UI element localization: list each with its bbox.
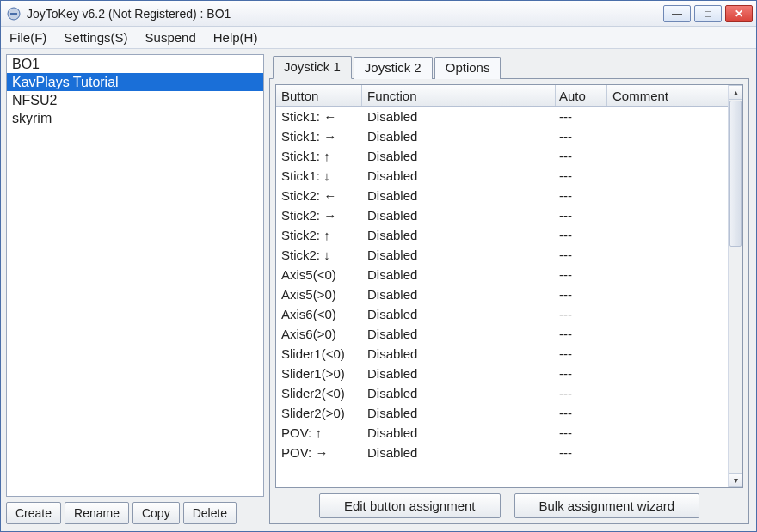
maximize-button[interactable]: □ (694, 5, 722, 22)
create-button[interactable]: Create (6, 502, 61, 524)
cell-auto: --- (556, 423, 607, 443)
cell-function: Disabled (362, 166, 556, 186)
copy-button[interactable]: Copy (132, 502, 180, 524)
vertical-scrollbar[interactable]: ▴ ▾ (728, 85, 742, 487)
cell-comment (607, 403, 728, 423)
table-row[interactable]: Slider1(<0)Disabled--- (276, 344, 728, 364)
table-row[interactable]: Slider2(<0)Disabled--- (276, 383, 728, 403)
tab-options[interactable]: Options (434, 57, 502, 79)
profile-row[interactable]: KavPlays Tutorial (7, 73, 263, 91)
cell-auto: --- (556, 166, 607, 186)
cell-comment (607, 324, 728, 344)
cell-function: Disabled (362, 423, 556, 443)
scroll-thumb[interactable] (729, 101, 742, 247)
cell-auto: --- (556, 265, 607, 284)
left-pane: BO1KavPlays TutorialNFSU2skyrim Create R… (6, 54, 264, 524)
cell-comment (607, 423, 728, 443)
cell-comment (607, 364, 728, 383)
cell-function: Disabled (362, 126, 556, 146)
table-row[interactable]: Stick1: →Disabled--- (276, 126, 728, 146)
cell-button: Stick1: ↑ (276, 146, 362, 166)
cell-button: Slider2(>0) (276, 403, 362, 423)
profile-buttons: Create Rename Copy Delete (6, 502, 264, 524)
cell-function: Disabled (362, 304, 556, 324)
cell-function: Disabled (362, 225, 556, 245)
cell-auto: --- (556, 205, 607, 225)
menu-suspend[interactable]: Suspend (142, 28, 200, 46)
table-row[interactable]: Axis6(>0)Disabled--- (276, 324, 728, 344)
cell-auto: --- (556, 225, 607, 245)
cell-button: Stick2: ← (276, 186, 362, 205)
col-header-comment[interactable]: Comment (607, 85, 728, 106)
table-row[interactable]: Slider1(>0)Disabled--- (276, 364, 728, 383)
app-icon (6, 6, 22, 21)
profile-row[interactable]: skyrim (7, 109, 263, 127)
table-row[interactable]: Axis5(>0)Disabled--- (276, 284, 728, 304)
table-row[interactable]: Axis5(<0)Disabled--- (276, 265, 728, 284)
scroll-down-icon[interactable]: ▾ (729, 473, 742, 487)
cell-auto: --- (556, 304, 607, 324)
scroll-up-icon[interactable]: ▴ (729, 85, 742, 100)
cell-button: POV: → (276, 443, 362, 462)
window-title: JoyToKey v6.2 (Not Registered) : BO1 (27, 7, 663, 21)
cell-button: Stick1: ↓ (276, 166, 362, 186)
profile-list[interactable]: BO1KavPlays TutorialNFSU2skyrim (6, 54, 264, 497)
cell-button: Stick2: ↑ (276, 225, 362, 245)
minimize-button[interactable]: — (663, 5, 691, 22)
client-area: BO1KavPlays TutorialNFSU2skyrim Create R… (1, 49, 756, 531)
cell-comment (607, 284, 728, 304)
table-row[interactable]: Stick2: ←Disabled--- (276, 186, 728, 205)
tab-joystick-1[interactable]: Joystick 1 (273, 56, 352, 79)
cell-function: Disabled (362, 146, 556, 166)
rename-button[interactable]: Rename (65, 502, 129, 524)
cell-button: Slider2(<0) (276, 383, 362, 403)
cell-button: Stick2: ↓ (276, 245, 362, 265)
col-header-auto[interactable]: Auto (556, 85, 607, 106)
menu-file[interactable]: File(F) (6, 28, 50, 46)
cell-auto: --- (556, 364, 607, 383)
close-button[interactable]: ✕ (725, 5, 753, 22)
table-row[interactable]: Stick2: →Disabled--- (276, 205, 728, 225)
table-row[interactable]: POV: →Disabled--- (276, 443, 728, 462)
svg-rect-1 (10, 13, 17, 15)
cell-auto: --- (556, 344, 607, 364)
cell-button: Stick1: ← (276, 107, 362, 126)
tab-joystick-2[interactable]: Joystick 2 (354, 57, 433, 79)
table-row[interactable]: Stick2: ↓Disabled--- (276, 245, 728, 265)
table-row[interactable]: Stick1: ←Disabled--- (276, 107, 728, 126)
cell-comment (607, 304, 728, 324)
profile-row[interactable]: BO1 (7, 55, 263, 73)
cell-auto: --- (556, 146, 607, 166)
table-row[interactable]: Stick2: ↑Disabled--- (276, 225, 728, 245)
cell-button: POV: ↑ (276, 423, 362, 443)
cell-function: Disabled (362, 324, 556, 344)
grid-body[interactable]: Stick1: ←Disabled---Stick1: →Disabled---… (276, 107, 728, 487)
cell-comment (607, 443, 728, 462)
cell-function: Disabled (362, 284, 556, 304)
menu-settings[interactable]: Settings(S) (60, 28, 131, 46)
cell-comment (607, 146, 728, 166)
table-row[interactable]: Slider2(>0)Disabled--- (276, 403, 728, 423)
cell-comment (607, 205, 728, 225)
table-row[interactable]: Stick1: ↓Disabled--- (276, 166, 728, 186)
menu-help[interactable]: Help(H) (210, 28, 262, 46)
profile-row[interactable]: NFSU2 (7, 91, 263, 109)
cell-button: Stick1: → (276, 126, 362, 146)
cell-comment (607, 265, 728, 284)
table-row[interactable]: Axis6(<0)Disabled--- (276, 304, 728, 324)
cell-function: Disabled (362, 186, 556, 205)
cell-button: Slider1(>0) (276, 364, 362, 383)
table-row[interactable]: Stick1: ↑Disabled--- (276, 146, 728, 166)
table-row[interactable]: POV: ↑Disabled--- (276, 423, 728, 443)
col-header-button[interactable]: Button (276, 85, 362, 106)
bulk-wizard-button[interactable]: Bulk assignment wizard (514, 493, 700, 518)
delete-button[interactable]: Delete (183, 502, 237, 524)
col-header-function[interactable]: Function (362, 85, 556, 106)
cell-comment (607, 126, 728, 146)
cell-button: Axis5(<0) (276, 265, 362, 284)
grid-buttons: Edit button assignment Bulk assignment w… (275, 493, 743, 518)
cell-auto: --- (556, 383, 607, 403)
edit-assignment-button[interactable]: Edit button assignment (319, 493, 501, 518)
cell-function: Disabled (362, 245, 556, 265)
app-window: JoyToKey v6.2 (Not Registered) : BO1 — □… (0, 0, 757, 532)
